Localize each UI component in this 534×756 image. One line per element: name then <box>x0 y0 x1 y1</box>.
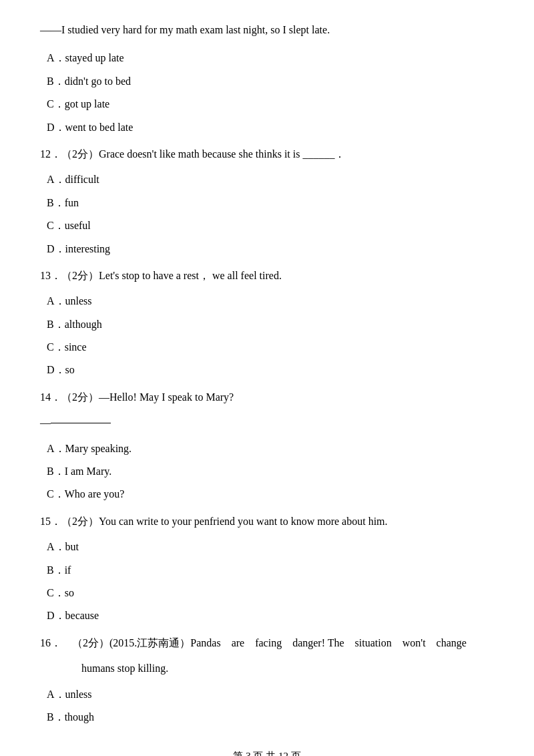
list-item: D．went to bed late <box>40 118 494 138</box>
option-label: A． <box>47 443 65 454</box>
q13-options: A．unless B．although C．since D．so <box>40 291 494 381</box>
list-item: A．difficult <box>40 170 494 190</box>
option-text: difficult <box>65 174 99 185</box>
q14-blank <box>51 423 111 423</box>
q11-options: A．stayed up late B．didn't go to bed C．go… <box>40 48 494 138</box>
option-text: got up late <box>65 98 110 110</box>
list-item: B．fun <box>40 193 494 213</box>
list-item: D．interesting <box>40 239 494 259</box>
list-item: B．I am Mary. <box>40 461 494 482</box>
option-label: A． <box>47 541 65 552</box>
intro-sentence: I studied very hard for my math exam las… <box>61 24 330 35</box>
option-label: A． <box>47 689 65 700</box>
option-label: A． <box>47 52 65 63</box>
list-item: B．didn't go to bed <box>40 71 494 91</box>
q16-options: A．unless B．though <box>40 685 494 728</box>
option-text: so <box>65 364 75 375</box>
option-text: I am Mary. <box>65 465 112 477</box>
q16-stem2: humans stop killing. <box>40 658 494 679</box>
list-item: B．if <box>40 560 494 580</box>
q12-options: A．difficult B．fun C．useful D．interesting <box>40 170 494 259</box>
option-label: D． <box>47 243 65 254</box>
option-label: D． <box>47 122 65 133</box>
list-item: C．since <box>40 337 494 357</box>
option-text: stayed up late <box>65 52 124 63</box>
option-label: C． <box>47 488 65 500</box>
q14-stem2: — <box>40 413 494 433</box>
page-number: 第 3 页 共 12 页 <box>233 751 300 756</box>
list-item: D．because <box>40 606 494 626</box>
list-item: A．Mary speaking. <box>40 439 494 459</box>
option-text: although <box>65 319 102 330</box>
option-text: though <box>65 711 94 723</box>
q14-options: A．Mary speaking. B．I am Mary. C．Who are … <box>40 439 494 505</box>
option-text: didn't go to bed <box>65 75 131 87</box>
q15-stem: 15．（2分）You can write to your penfriend y… <box>40 512 494 532</box>
option-label: D． <box>47 610 65 621</box>
list-item: A．unless <box>40 291 494 311</box>
q16-stem1: 16． （2分）(2015.江苏南通）Pandas are facing dan… <box>40 633 494 653</box>
option-text: unless <box>65 295 92 307</box>
list-item: C．Who are you? <box>40 484 494 504</box>
option-label: B． <box>47 319 65 330</box>
option-text: but <box>65 541 79 552</box>
option-text: went to bed late <box>65 122 134 133</box>
option-text: if <box>65 564 71 576</box>
option-text: since <box>65 341 87 353</box>
option-label: B． <box>47 564 65 576</box>
option-label: C． <box>47 587 65 598</box>
list-item: C．got up late <box>40 94 494 114</box>
list-item: C．so <box>40 583 494 603</box>
list-item: A．stayed up late <box>40 48 494 68</box>
option-label: B． <box>47 75 65 87</box>
q15-options: A．but B．if C．so D．because <box>40 537 494 626</box>
list-item: A．but <box>40 537 494 557</box>
page-footer: 第 3 页 共 12 页 <box>40 747 494 756</box>
intro-text: ——I studied very hard for my math exam l… <box>40 20 494 40</box>
option-text: so <box>65 587 74 598</box>
list-item: B．although <box>40 315 494 335</box>
option-text: Who are you? <box>65 488 125 500</box>
option-text: because <box>65 610 99 621</box>
option-text: interesting <box>65 243 111 254</box>
option-label: D． <box>47 364 65 375</box>
option-label: C． <box>47 98 65 110</box>
list-item: C．useful <box>40 216 494 236</box>
list-item: A．unless <box>40 685 494 705</box>
option-label: B． <box>47 711 65 723</box>
option-label: A． <box>47 174 65 185</box>
q12-stem: 12．（2分）Grace doesn't like math because s… <box>40 144 494 164</box>
q14-stem1: 14．（2分）—Hello! May I speak to Mary? <box>40 387 494 407</box>
option-label: A． <box>47 295 65 307</box>
option-text: fun <box>65 197 79 208</box>
list-item: B．though <box>40 707 494 727</box>
option-label: B． <box>47 197 65 208</box>
list-item: D．so <box>40 360 494 380</box>
option-label: C． <box>47 341 65 353</box>
intro-dash: —— <box>40 24 61 35</box>
option-label: C． <box>47 220 65 231</box>
option-text: Mary speaking. <box>65 443 132 454</box>
q13-stem: 13．（2分）Let's stop to have a rest， we all… <box>40 266 494 286</box>
option-text: unless <box>65 689 92 700</box>
option-text: useful <box>65 220 91 231</box>
option-label: B． <box>47 465 65 477</box>
